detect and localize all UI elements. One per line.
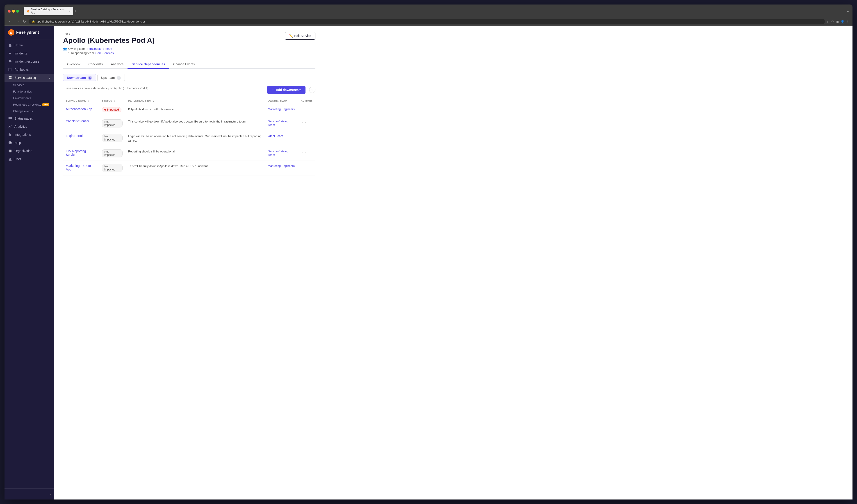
new-badge: New [43, 103, 49, 106]
downstream-label: Downstream [67, 76, 86, 80]
firehydrant-logo-icon [8, 29, 14, 36]
service-link-3[interactable]: LTV Reporting Service [66, 149, 86, 157]
actions-menu-button-2[interactable]: ··· [301, 134, 307, 140]
minimize-button[interactable] [12, 10, 15, 13]
bookmark-icon[interactable]: ☆ [831, 20, 834, 23]
menu-icon[interactable]: ⋮ [846, 20, 849, 23]
table-row: Marketing FE Site AppNot impactedThis wi… [63, 161, 315, 175]
add-downstream-button[interactable]: ＋ Add downstream [267, 86, 305, 94]
cell-status: Not impacted [99, 131, 125, 146]
tab-service-dependencies[interactable]: Service Dependencies [128, 60, 169, 69]
owning-team-link[interactable]: Infrastructure Team [87, 47, 112, 50]
downstream-tab[interactable]: Downstream 5 [63, 74, 96, 81]
share-icon[interactable]: ⬆ [827, 20, 829, 23]
actions-menu-button-4[interactable]: ··· [301, 164, 307, 170]
service-link-0[interactable]: Authentication App [66, 107, 92, 111]
team-link-4[interactable]: Marketing Engineers [268, 164, 295, 168]
forward-button[interactable]: → [15, 19, 20, 24]
service-link-4[interactable]: Marketing FE Site App [66, 164, 91, 171]
dep-actions: ＋ Add downstream ? [267, 86, 315, 94]
sidebar-item-organization[interactable]: Organization › [4, 147, 54, 155]
profile-icon[interactable]: 👤 [841, 20, 844, 23]
sidebar-item-change-events[interactable]: Change events [4, 108, 54, 115]
url-text: app.firehydrant.io/services/b3fe284a-b64… [36, 20, 146, 23]
cell-actions: ··· [298, 146, 315, 161]
sort-icon-status[interactable]: ⇕ [114, 100, 116, 102]
help-icon-button[interactable]: ? [309, 87, 315, 93]
sidebar-collapse[interactable]: ‹ [4, 490, 54, 498]
sidebar-item-functionalities-label: Functionalities [13, 90, 32, 93]
tab-checklists[interactable]: Checklists [84, 60, 107, 69]
tab-overview[interactable]: Overview [63, 60, 84, 69]
sidebar-item-help[interactable]: Help › [4, 139, 54, 147]
team-link-0[interactable]: Marketing Engineers [268, 107, 295, 111]
team-link-2[interactable]: Other Team [268, 134, 283, 138]
tab-close-icon[interactable]: ✕ [69, 10, 70, 12]
question-icon [8, 141, 12, 145]
responding-team-link[interactable]: Core Services [95, 51, 114, 55]
sidebar-item-change-events-label: Change events [13, 109, 33, 113]
sidebar-nav: Home Incidents Incident response › Runbo… [4, 39, 54, 488]
browser-addressbar: ← → ↻ 🔒 app.firehydrant.io/services/b3fe… [4, 18, 853, 26]
col-actions: ACTIONS [298, 98, 315, 104]
sidebar-toggle-icon[interactable]: ▣ [836, 20, 839, 23]
cell-owning-team: Service Catalog Team [265, 116, 298, 131]
back-button[interactable]: ← [8, 19, 13, 24]
edit-service-button[interactable]: ✏️ Edit Service [285, 32, 315, 40]
sidebar-item-status-pages[interactable]: Status pages [4, 115, 54, 122]
cell-status: Not impacted [99, 116, 125, 131]
tab-change-events[interactable]: Change Events [169, 60, 199, 69]
refresh-button[interactable]: ↻ [22, 19, 27, 24]
close-button[interactable] [8, 10, 11, 13]
team-link-1[interactable]: Service Catalog Team [268, 120, 289, 126]
table-row: LTV Reporting ServiceNot impactedReporti… [63, 146, 315, 161]
tab-favicon-icon: 🔥 [27, 10, 30, 13]
browser-frame: 🔥 Service Catalog - Services - A... ✕ + … [4, 4, 853, 500]
bell-icon [8, 59, 12, 64]
browser-tab[interactable]: 🔥 Service Catalog - Services - A... ✕ [24, 7, 73, 15]
service-link-2[interactable]: Login Portal [66, 134, 83, 138]
tab-analytics[interactable]: Analytics [107, 60, 128, 69]
actions-menu-button-3[interactable]: ··· [301, 149, 307, 155]
not-impacted-badge: Not impacted [102, 119, 122, 127]
sidebar-item-user[interactable]: User › [4, 155, 54, 163]
sidebar-item-readiness-checklists[interactable]: Readiness Checklists New [4, 101, 54, 108]
new-tab-button[interactable]: + [74, 9, 77, 14]
upstream-tab[interactable]: Upstream 1 [97, 74, 125, 81]
cell-dependency-note: This service will go down if Apollo also… [125, 116, 265, 131]
dependency-note-text: Reporting should still be operational. [128, 150, 175, 153]
sidebar-item-home[interactable]: Home [4, 41, 54, 49]
actions-menu-button-0[interactable]: ··· [301, 107, 307, 113]
sidebar-item-functionalities[interactable]: Functionalities [4, 88, 54, 95]
col-owning-team-label: OWNING TEAM [268, 99, 287, 102]
cell-service-name: Login Portal [63, 131, 99, 146]
browser-actions: ⬆ ☆ ▣ 👤 ⋮ [827, 20, 849, 23]
sidebar-item-incident-response[interactable]: Incident response › [4, 57, 54, 66]
sidebar-item-runbooks[interactable]: Runbooks [4, 66, 54, 74]
sidebar-item-analytics[interactable]: Analytics [4, 122, 54, 131]
sidebar-item-integrations[interactable]: Integrations [4, 131, 54, 139]
collapse-icon[interactable]: ‹ [50, 492, 51, 496]
sort-icon-service-name[interactable]: ⇕ [87, 100, 89, 102]
sidebar-item-home-label: Home [14, 44, 23, 47]
maximize-button[interactable] [16, 10, 19, 13]
chevron-right-icon: › [50, 60, 50, 63]
sidebar-item-services-label: Services [13, 83, 24, 87]
badge-dot-icon [104, 109, 106, 110]
sidebar-item-environments[interactable]: Environments [4, 95, 54, 101]
col-dependency-note: DEPENDENCY NOTE [125, 98, 265, 104]
traffic-lights [8, 10, 19, 13]
window-maximize-icon[interactable]: ⌄ [847, 9, 849, 13]
page-header: Tier 1 Apollo (Kubernetes Pod A) 👥 Ownin… [63, 32, 315, 56]
sidebar-item-service-catalog[interactable]: Service catalog ∨ [4, 74, 54, 82]
team-link-3[interactable]: Service Catalog Team [268, 150, 289, 157]
actions-menu-button-1[interactable]: ··· [301, 119, 307, 125]
chevron-right-help-icon: › [50, 141, 50, 144]
sidebar-item-incidents[interactable]: Incidents [4, 49, 54, 57]
address-bar[interactable]: 🔒 app.firehydrant.io/services/b3fe284a-b… [29, 19, 825, 24]
home-icon [8, 43, 12, 47]
page-tabs: Overview Checklists Analytics Service De… [63, 60, 315, 69]
table-row: Login PortalNot impactedLogin will still… [63, 131, 315, 146]
service-link-1[interactable]: Checklist Verifier [66, 119, 89, 123]
sidebar-item-services[interactable]: Services [4, 82, 54, 88]
